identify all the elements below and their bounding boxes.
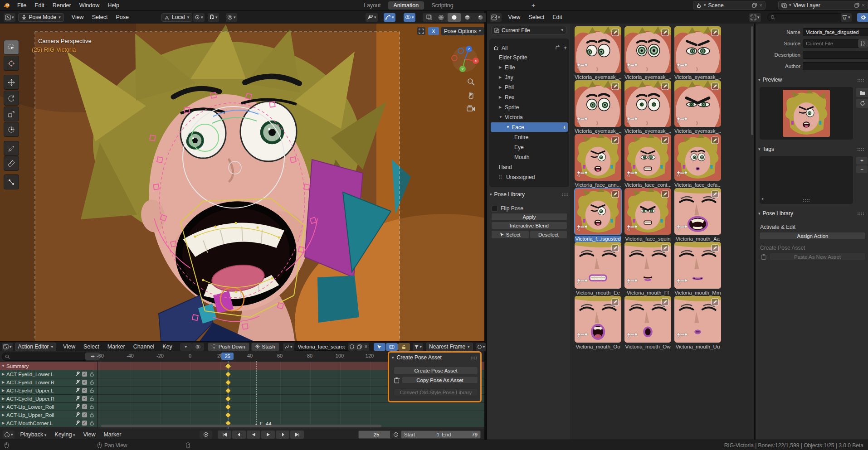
flip-pose-checkbox[interactable] — [492, 206, 497, 212]
object-visibility-button[interactable]: ▾ — [366, 13, 378, 22]
chevron-right-icon[interactable]: ▶ — [0, 380, 6, 384]
frame-start-field[interactable]: Start 1 — [401, 431, 443, 439]
asset-thumbnail[interactable]: ◆▬◆ ◇ — [575, 242, 621, 289]
asset-tile-2[interactable]: ◆▬◆ ◇Victoria_eyemask_... — [674, 26, 721, 81]
navigation-gizmo[interactable]: Z X Y — [451, 45, 479, 73]
viewport-menu-view[interactable]: View — [68, 14, 88, 20]
chevron-right-icon[interactable]: ▶ — [499, 95, 505, 99]
asset-thumbnail[interactable]: ◆▬◆ ◇ — [674, 26, 721, 73]
drag-handle[interactable] — [857, 212, 864, 215]
lock-icon[interactable] — [89, 372, 94, 377]
lock-icon[interactable] — [89, 396, 94, 401]
add-tag-button[interactable]: + — [856, 157, 868, 165]
mode-selector[interactable]: Pose Mode ▾ — [18, 13, 64, 22]
modifier-wrench-icon[interactable] — [75, 412, 80, 417]
action-name-field[interactable]: Victoria_face_scared — [295, 343, 348, 351]
play-reverse-button[interactable] — [247, 431, 260, 439]
paste-as-new-asset-button[interactable]: Paste As New Asset — [769, 253, 866, 261]
zoom-icon[interactable] — [467, 78, 475, 86]
lock-icon[interactable] — [89, 404, 94, 409]
catalog-item-sprite[interactable]: ▶Sprite — [491, 102, 568, 112]
collapse-icon[interactable]: ▾ — [758, 78, 761, 82]
unlink-action-icon[interactable]: × — [363, 343, 369, 351]
asset-thumbnail[interactable]: ◆▬◆ ◇ — [624, 296, 671, 343]
frame-current-field[interactable]: 25 — [358, 431, 395, 439]
view-layer-selector[interactable]: ▾ View Layer × — [778, 1, 868, 10]
next-keyframe-button[interactable] — [276, 431, 289, 439]
channel-act-mouthcorner-l[interactable]: ▶ACT-MouthCorner.L✓ — [0, 419, 97, 427]
create-pose-asset-button[interactable]: Create Pose Asset — [394, 367, 478, 374]
menu-window[interactable]: Window — [75, 2, 103, 9]
stash-button[interactable]: Stash — [251, 343, 279, 351]
tags-expand-icon[interactable]: ▸ — [762, 197, 764, 201]
shading-solid-button[interactable] — [448, 13, 461, 22]
asset-grid[interactable]: ◆▬◆ ◇Victoria_eyemask_...◆▬◆ ◇Victoria_e… — [570, 24, 754, 440]
drag-handle[interactable] — [470, 356, 478, 359]
tool-transform-button[interactable] — [4, 122, 19, 137]
chevron-down-icon[interactable]: ▼ — [0, 364, 6, 368]
catalog-item-ellie[interactable]: ▶Ellie — [491, 63, 568, 72]
modifier-wrench-icon[interactable] — [75, 396, 80, 401]
author-field[interactable] — [803, 62, 868, 70]
tool-select-box-button[interactable] — [4, 40, 19, 55]
catalog-item-jay[interactable]: ▶Jay — [491, 73, 568, 82]
apply-pose-button[interactable]: Apply — [491, 213, 567, 221]
asset-tile-1[interactable]: ◆▬◆ ◇Victoria_eyemask_... — [624, 26, 671, 81]
modifier-wrench-icon[interactable] — [75, 421, 80, 426]
drag-handle[interactable] — [857, 78, 864, 82]
ghost-frames-button[interactable] — [192, 343, 204, 351]
tool-annotate-button[interactable] — [4, 141, 19, 156]
add-catalog-icon[interactable]: + — [563, 44, 567, 51]
tool-scale-button[interactable] — [4, 106, 19, 121]
convert-old-style-button[interactable]: Convert Old-Style Pose Library — [394, 388, 478, 396]
asset-thumbnail[interactable]: ◆▬◆ ◇ — [674, 296, 721, 343]
editor-type-button[interactable]: ▾ — [4, 13, 15, 22]
asset-thumbnail[interactable]: ◆▬◆ ◇ — [674, 188, 721, 235]
mute-checkbox[interactable]: ✓ — [82, 388, 87, 393]
channel-act-lip-upper-roll[interactable]: ▶ACT-Lip_Upper_Roll✓ — [0, 411, 97, 419]
collapse-icon[interactable]: ▾ — [392, 356, 394, 360]
previous-keyframe-button[interactable] — [232, 431, 246, 439]
asset-tile-11[interactable]: ◆▬◆ ◇Victoria_mouth_Aa — [674, 188, 721, 242]
asset-tile-4[interactable]: ◆▬◆ ◇Victoria_eyemask_... — [624, 80, 671, 135]
only-show-selected-toggle[interactable] — [374, 343, 385, 351]
collapse-icon[interactable]: ▾ — [758, 212, 761, 216]
pose-options-dropdown[interactable]: Pose Options ▾ — [441, 27, 484, 35]
asset-tile-15[interactable]: ◆▬◆ ◇Victoria_mouth_Oo — [575, 296, 621, 350]
tab-layout[interactable]: Layout — [358, 1, 386, 10]
asset-tile-5[interactable]: ◆▬◆ ◇Victoria_eyemask_... — [674, 80, 721, 135]
auto-keying-toggle[interactable] — [200, 431, 212, 439]
lock-icon[interactable] — [89, 380, 94, 385]
modifier-wrench-icon[interactable] — [75, 380, 80, 385]
channel-search-input[interactable] — [2, 353, 89, 361]
grid-scrollbar[interactable] — [751, 26, 753, 135]
viewport-3d[interactable]: Camera Perspective (25) RIG-Victoria X P… — [0, 24, 484, 341]
lock-icon[interactable] — [89, 421, 94, 426]
asset-tile-16[interactable]: ◆▬◆ ◇Victoria_mouth_Ow — [624, 296, 671, 350]
tab-scripting[interactable]: Scripting — [426, 1, 459, 10]
modifier-wrench-icon[interactable] — [75, 404, 80, 409]
overlays-toggle[interactable]: ▾ — [404, 13, 415, 22]
viewport-menu-select[interactable]: Select — [88, 14, 112, 20]
key-area-scrollbar[interactable] — [101, 425, 381, 427]
asset-tile-6[interactable]: ◆▬◆ ◇Victoria_face_ann... — [575, 134, 621, 189]
copy-icon[interactable] — [854, 3, 859, 8]
asset-thumbnail[interactable]: ◆▬◆ ◇ — [575, 188, 621, 235]
fake-user-shield-icon[interactable] — [348, 343, 356, 351]
dope-menu-view[interactable]: View — [59, 344, 79, 350]
modifier-wrench-icon[interactable] — [75, 388, 80, 393]
chevron-right-icon[interactable]: ▶ — [0, 405, 6, 409]
chevron-right-icon[interactable]: ▶ — [0, 388, 6, 392]
editor-type-button[interactable]: ▾ — [490, 13, 502, 22]
action-icon-button[interactable]: ▾ — [283, 343, 294, 351]
tags-list-box[interactable] — [760, 156, 853, 204]
editor-type-button[interactable]: ▾ — [2, 343, 13, 351]
open-preview-folder-button[interactable] — [856, 88, 868, 97]
asset-thumbnail[interactable]: ◆▬◆ ◇ — [624, 80, 671, 127]
tab-animation[interactable]: Animation — [388, 1, 424, 10]
gizmos-toggle[interactable]: ▾ — [384, 13, 395, 22]
add-catalog-icon[interactable]: + — [562, 124, 566, 131]
catalog-item-mouth[interactable]: Mouth — [491, 152, 568, 162]
frame-end-field[interactable]: End 79 — [439, 431, 481, 439]
asset-menu-edit[interactable]: Edit — [548, 14, 566, 20]
